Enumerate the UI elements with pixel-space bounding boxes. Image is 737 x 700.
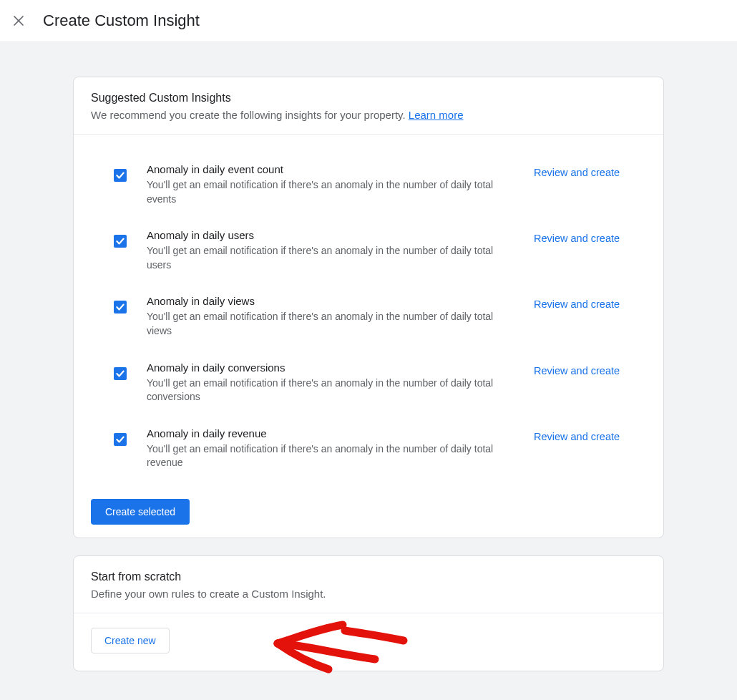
start-from-scratch-header: Start from scratch Define your own rules…	[74, 556, 663, 613]
dialog-header: Create Custom Insight	[0, 0, 737, 42]
annotation-arrow-icon	[268, 616, 411, 674]
suggestion-title: Anomaly in daily conversions	[147, 361, 510, 374]
suggestion-desc: You'll get an email notification if ther…	[147, 442, 510, 470]
suggestion-row: Anomaly in daily conversions You'll get …	[74, 339, 663, 404]
suggestion-title: Anomaly in daily event count	[147, 163, 510, 175]
suggestion-desc: You'll get an email notification if ther…	[147, 310, 510, 338]
suggestion-checkbox[interactable]	[114, 301, 127, 313]
suggested-insights-title: Suggested Custom Insights	[91, 92, 646, 104]
suggestion-row: Anomaly in daily revenue You'll get an e…	[74, 404, 663, 470]
start-from-scratch-title: Start from scratch	[91, 570, 646, 583]
review-and-create-link[interactable]: Review and create	[530, 430, 623, 444]
suggestion-desc: You'll get an email notification if ther…	[147, 376, 510, 404]
suggestion-row: Anomaly in daily users You'll get an ema…	[74, 206, 663, 272]
review-and-create-link[interactable]: Review and create	[530, 166, 623, 180]
suggestion-list: Anomaly in daily event count You'll get …	[74, 135, 663, 485]
suggestion-checkbox[interactable]	[114, 169, 127, 182]
suggestion-desc: You'll get an email notification if ther…	[147, 178, 510, 206]
start-from-scratch-desc: Define your own rules to create a Custom…	[91, 588, 646, 600]
review-and-create-link[interactable]: Review and create	[530, 232, 623, 246]
suggestion-title: Anomaly in daily revenue	[147, 427, 510, 439]
suggestion-checkbox[interactable]	[114, 235, 127, 248]
suggestion-checkbox[interactable]	[114, 367, 127, 380]
review-and-create-link[interactable]: Review and create	[530, 364, 623, 378]
suggestion-row: Anomaly in daily views You'll get an ema…	[74, 272, 663, 338]
suggested-insights-desc-text: We recommend you create the following in…	[91, 109, 409, 121]
suggestion-desc: You'll get an email notification if ther…	[147, 244, 510, 272]
suggestion-checkbox[interactable]	[114, 433, 127, 446]
dialog-title: Create Custom Insight	[43, 11, 200, 30]
suggestion-title: Anomaly in daily views	[147, 295, 510, 307]
suggested-insights-card: Suggested Custom Insights We recommend y…	[73, 77, 664, 538]
suggestion-title: Anomaly in daily users	[147, 229, 510, 241]
suggested-insights-desc: We recommend you create the following in…	[91, 109, 646, 121]
learn-more-link[interactable]: Learn more	[409, 109, 464, 121]
content-area: Suggested Custom Insights We recommend y…	[0, 42, 737, 700]
review-and-create-link[interactable]: Review and create	[530, 298, 623, 311]
suggestion-row: Anomaly in daily event count You'll get …	[74, 135, 663, 206]
suggested-actions: Create selected	[74, 485, 663, 538]
create-selected-button[interactable]: Create selected	[91, 499, 190, 525]
start-from-scratch-body: Create new	[74, 613, 663, 671]
suggested-insights-header: Suggested Custom Insights We recommend y…	[74, 77, 663, 135]
create-new-button[interactable]: Create new	[91, 628, 170, 653]
start-from-scratch-card: Start from scratch Define your own rules…	[73, 555, 664, 671]
close-icon[interactable]	[10, 12, 27, 29]
